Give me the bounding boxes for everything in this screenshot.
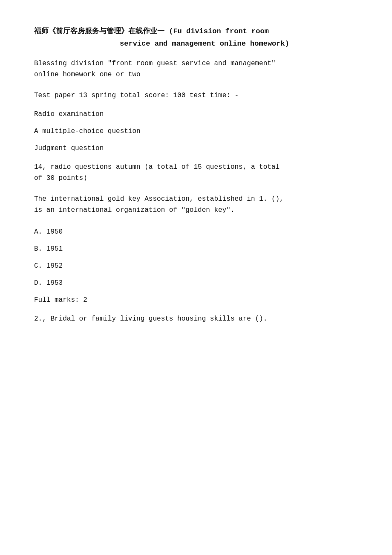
test-info: Test paper 13 spring total score: 100 te…	[34, 90, 358, 101]
option-b: B. 1951	[34, 245, 358, 253]
section-multiple-choice: A multiple-choice question	[34, 127, 358, 135]
option-d: D. 1953	[34, 279, 358, 287]
question-intro: 14, radio questions autumn (a total of 1…	[34, 162, 358, 184]
section-judgment: Judgment question	[34, 145, 358, 152]
question-2-text: 2., Bridal or family living guests housi…	[34, 313, 358, 324]
option-a: A. 1950	[34, 228, 358, 236]
question-1-text: The international gold key Association, …	[34, 194, 358, 216]
section-radio: Radio examination	[34, 110, 358, 118]
full-marks: Full marks: 2	[34, 296, 358, 304]
page-title: 福师《前厅客房服务与管理》在线作业一 (Fu division front ro…	[34, 26, 358, 50]
description: Blessing division ″front room guest serv…	[34, 58, 358, 81]
option-c: C. 1952	[34, 262, 358, 270]
page-container: 福师《前厅客房服务与管理》在线作业一 (Fu division front ro…	[34, 26, 358, 324]
